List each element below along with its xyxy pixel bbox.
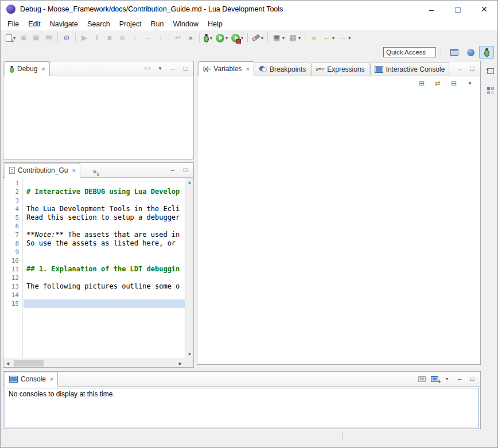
perspective-debug-button[interactable]: [479, 46, 494, 59]
menu-search[interactable]: Search: [83, 18, 115, 30]
window-maximize-button[interactable]: □: [445, 1, 471, 18]
use-step-filters-button[interactable]: »: [185, 32, 196, 44]
debug-button[interactable]: ▾: [203, 32, 213, 44]
editor-gutter[interactable]: 123456789101112131415: [3, 178, 23, 359]
collapse-all-button[interactable]: ⊟: [448, 77, 460, 89]
editor-vertical-scrollbar[interactable]: ▲ ▼: [185, 178, 193, 359]
editor-line[interactable]: [24, 299, 185, 308]
line-number[interactable]: 5: [3, 213, 19, 222]
tab-interactive-console[interactable]: Interactive Console: [370, 62, 450, 76]
last-edit-location-button[interactable]: «: [308, 32, 320, 44]
editor-line[interactable]: [24, 256, 185, 265]
editor-line[interactable]: [24, 248, 185, 256]
tab-expressions[interactable]: Expressions: [311, 62, 369, 76]
tab-variables[interactable]: Variables×: [199, 61, 254, 76]
open-console-button[interactable]: [429, 373, 440, 385]
menu-help[interactable]: Help: [203, 18, 227, 30]
quick-access-field[interactable]: Quick Access: [383, 47, 436, 57]
menu-run[interactable]: Run: [146, 18, 169, 30]
line-number[interactable]: 3: [3, 196, 19, 205]
scroll-up-button[interactable]: ▲: [185, 178, 193, 186]
tab-breakpoints[interactable]: Breakpoints: [255, 62, 310, 76]
editor-line[interactable]: [24, 179, 185, 188]
line-number[interactable]: 8: [3, 239, 19, 248]
back-dropdown[interactable]: ▾: [332, 36, 334, 41]
run-external-tools-button[interactable]: ▾: [230, 32, 244, 44]
disconnect-button[interactable]: ⊗: [116, 32, 128, 44]
minimize-view-button[interactable]: –: [167, 63, 178, 75]
view-menu-button[interactable]: ▼: [154, 63, 166, 75]
line-number[interactable]: 12: [3, 274, 19, 282]
editor-line[interactable]: Read this section to setup a debugger: [24, 213, 185, 222]
minimize-view-button[interactable]: –: [167, 165, 178, 176]
forward-button[interactable]: →▾: [337, 32, 352, 44]
editor-line[interactable]: [24, 291, 185, 299]
maximize-view-button[interactable]: □: [180, 63, 191, 75]
print-button[interactable]: ▤: [43, 32, 55, 44]
scroll-right-button[interactable]: ▶: [176, 359, 185, 367]
scroll-down-button[interactable]: ▼: [185, 350, 193, 359]
line-number[interactable]: 6: [3, 222, 19, 231]
editor-line[interactable]: The Lua Development Tools in the Ecli: [24, 205, 185, 213]
maximize-view-button[interactable]: □: [466, 63, 478, 75]
editor-line[interactable]: So use the assets as listed here, or: [24, 239, 185, 248]
line-number[interactable]: 15: [3, 299, 19, 308]
line-number[interactable]: 14: [3, 291, 19, 299]
remove-terminated-button[interactable]: ××: [142, 63, 153, 75]
back-button[interactable]: ←▾: [321, 32, 336, 44]
menu-edit[interactable]: Edit: [24, 18, 45, 30]
skip-all-breakpoints-button[interactable]: ⊘: [61, 32, 72, 44]
close-tab-icon[interactable]: ×: [72, 167, 75, 174]
drop-to-frame-button[interactable]: ↩: [172, 32, 184, 44]
editor-line[interactable]: # Interactive DEBUG using Lua Develop: [24, 188, 185, 196]
show-logical-structures-button[interactable]: ⇄: [432, 77, 443, 89]
menu-project[interactable]: Project: [115, 18, 146, 30]
forward-dropdown[interactable]: ▾: [348, 36, 351, 41]
menu-file[interactable]: File: [3, 18, 24, 30]
save-button[interactable]: ▣: [18, 32, 29, 44]
editor-line[interactable]: [24, 274, 185, 282]
open-perspective-button[interactable]: [447, 46, 462, 59]
terminate-button[interactable]: ■: [104, 32, 115, 44]
resume-button[interactable]: ▶: [79, 32, 90, 44]
step-return-button[interactable]: ↑: [154, 32, 166, 44]
new-wizard-button[interactable]: ▦▾: [271, 32, 286, 44]
editor-line[interactable]: [24, 222, 185, 231]
debug-view-content[interactable]: [3, 76, 193, 159]
line-number[interactable]: 11: [3, 265, 19, 274]
line-number[interactable]: 10: [3, 256, 19, 265]
step-into-button[interactable]: ↓: [129, 32, 141, 44]
window-close-button[interactable]: ×: [471, 1, 497, 18]
editor-line[interactable]: The following pictures outline some o: [24, 282, 185, 291]
close-tab-icon[interactable]: ×: [50, 376, 53, 383]
sash-handle[interactable]: ⋮: [338, 431, 347, 441]
console-dropdown-button[interactable]: ▾: [441, 373, 453, 385]
open-element-button[interactable]: ▧▾: [287, 32, 302, 44]
close-tab-icon[interactable]: ×: [41, 65, 45, 72]
editor-text-area[interactable]: # Interactive DEBUG using Lua Develop Th…: [24, 178, 185, 359]
variables-view-content[interactable]: ⊞ ⇄ ⊟ ▼: [197, 76, 480, 364]
tab-contribution-guide[interactable]: Contribution_Gu ×: [5, 163, 80, 178]
line-number[interactable]: 1: [3, 179, 19, 188]
new-button[interactable]: ▾: [5, 32, 17, 44]
display-selected-console-button[interactable]: [416, 373, 427, 385]
suspend-button[interactable]: ‖: [91, 32, 103, 44]
line-number[interactable]: 9: [3, 248, 19, 256]
show-type-names-button[interactable]: ⊞: [416, 77, 427, 89]
maximize-view-button[interactable]: □: [180, 165, 191, 176]
open-element-dropdown[interactable]: ▾: [298, 36, 301, 41]
minimize-view-button[interactable]: –: [454, 373, 465, 385]
line-number[interactable]: 13: [3, 282, 19, 291]
scrollbar-thumb[interactable]: [14, 360, 44, 367]
editor-line[interactable]: [24, 196, 185, 205]
editor-horizontal-scrollbar[interactable]: ◀ ▶: [3, 359, 185, 367]
new-wizard-dropdown[interactable]: ▾: [282, 36, 285, 41]
scroll-left-button[interactable]: ◀: [3, 359, 12, 367]
tab-debug[interactable]: Debug ×: [5, 61, 50, 76]
maximize-view-button[interactable]: □: [466, 373, 478, 385]
save-all-button[interactable]: ▣: [30, 32, 42, 44]
line-number[interactable]: 7: [3, 231, 19, 239]
run-button[interactable]: ▾: [215, 32, 229, 44]
view-menu-button[interactable]: ▼: [464, 77, 476, 89]
step-over-button[interactable]: →: [142, 32, 153, 44]
